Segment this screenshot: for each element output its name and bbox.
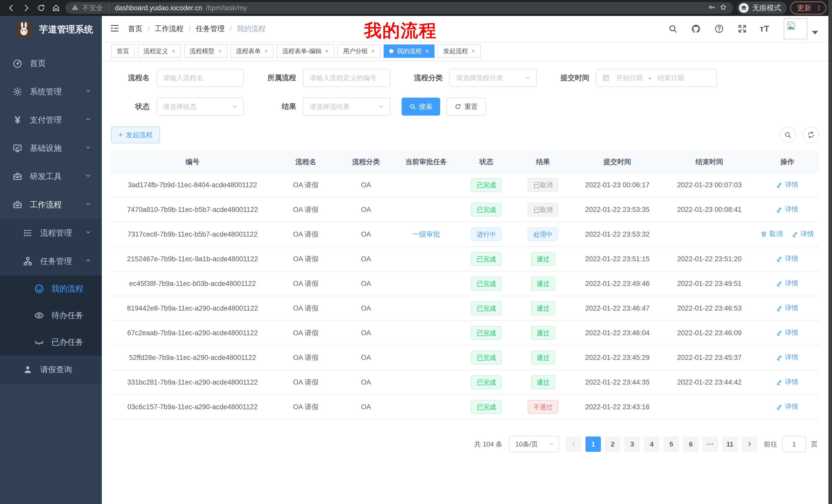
- user-menu[interactable]: [784, 18, 818, 39]
- detail-button[interactable]: 详情: [776, 353, 798, 362]
- sidebar-toggle-icon[interactable]: [109, 23, 121, 34]
- detail-button[interactable]: 详情: [776, 328, 798, 337]
- bookmark-star-icon[interactable]: [719, 3, 727, 13]
- font-size-icon[interactable]: тT: [760, 24, 769, 34]
- help-icon[interactable]: [713, 23, 725, 34]
- tab-user-group[interactable]: 用户分组×: [337, 45, 381, 58]
- tab-home[interactable]: 首页: [111, 45, 135, 58]
- show-search-button[interactable]: [780, 127, 796, 143]
- plus-icon: +: [118, 131, 123, 139]
- sidebar-item-leave-query[interactable]: 请假查询: [0, 356, 102, 384]
- result-badge: 通过: [531, 277, 555, 290]
- tab-process-form[interactable]: 流程表单×: [230, 45, 274, 58]
- sidebar-item-workflow[interactable]: 工作流程: [0, 191, 102, 219]
- reload-icon[interactable]: [35, 2, 47, 13]
- browser-menu-icon[interactable]: [815, 5, 822, 11]
- process-name-input[interactable]: [156, 69, 244, 87]
- page-button-11[interactable]: 11: [722, 437, 738, 452]
- page-size-select[interactable]: 10条/页: [509, 436, 559, 452]
- tab-process-definition[interactable]: 流程定义×: [138, 45, 181, 58]
- search-button[interactable]: 搜索: [401, 97, 440, 116]
- detail-button[interactable]: 详情: [776, 402, 798, 411]
- detail-button[interactable]: 详情: [776, 377, 798, 386]
- page-button-4[interactable]: 4: [644, 437, 659, 452]
- avatar[interactable]: [784, 18, 807, 39]
- sidebar-item-todo-tasks[interactable]: 待办任务: [0, 302, 102, 329]
- page-button-2[interactable]: 2: [605, 437, 620, 452]
- category-select[interactable]: 请选择流程分类: [449, 69, 537, 87]
- detail-button[interactable]: 详情: [792, 229, 814, 239]
- detail-button[interactable]: 详情: [776, 279, 798, 288]
- detail-button[interactable]: 详情: [776, 180, 798, 189]
- detail-button[interactable]: 详情: [776, 254, 798, 263]
- page-button-5[interactable]: 5: [664, 437, 679, 452]
- cancel-button[interactable]: 取消: [760, 229, 783, 239]
- sidebar-item-infrastructure[interactable]: 基础设施: [0, 134, 102, 162]
- sidebar-item-process-management[interactable]: 流程管理: [0, 219, 102, 247]
- table-row: 2152467e-7b9b-11ec-9a1b-acde48001122 OA …: [111, 247, 819, 271]
- key-icon[interactable]: [708, 3, 716, 13]
- close-icon[interactable]: ×: [218, 48, 222, 54]
- breadcrumb-workflow[interactable]: 工作流程: [155, 24, 196, 34]
- gear-icon: [12, 86, 23, 97]
- breadcrumb-home[interactable]: 首页: [128, 24, 155, 34]
- edit-icon: [776, 206, 783, 213]
- tab-process-form-edit[interactable]: 流程表单-编辑×: [277, 45, 334, 58]
- status-badge: 已完成: [471, 351, 502, 365]
- sidebar-item-task-management[interactable]: 任务管理: [0, 247, 102, 275]
- range-separator: -: [649, 74, 651, 82]
- col-status: 状态: [458, 151, 515, 173]
- close-icon[interactable]: ×: [264, 48, 268, 54]
- sidebar-item-home[interactable]: 首页: [0, 49, 102, 78]
- tab-process-model[interactable]: 流程模型×: [184, 45, 227, 58]
- submit-time-range-picker[interactable]: 开始日期 - 结束日期: [596, 69, 717, 87]
- tab-my-process[interactable]: 我的流程×: [384, 45, 435, 58]
- pagination: 共 104 条 10条/页 1 2 3 4 5 6 ··· 11: [111, 436, 817, 452]
- current-task-link[interactable]: 一级审批: [412, 230, 440, 238]
- process-definition-input[interactable]: [303, 69, 390, 87]
- refresh-table-button[interactable]: [803, 127, 819, 143]
- close-icon[interactable]: ×: [172, 48, 175, 54]
- close-icon[interactable]: ×: [425, 48, 429, 54]
- address-bar[interactable]: 不安全 dashboard.yudao.iocoder.cn/bpm/task/…: [65, 2, 733, 14]
- app-title: 芋道管理系统: [39, 23, 93, 35]
- close-icon[interactable]: ×: [325, 48, 329, 54]
- sidebar-item-done-tasks[interactable]: 已办任务: [0, 329, 102, 356]
- result-select[interactable]: 请选择流结果: [303, 97, 390, 116]
- result-badge: 通过: [531, 326, 555, 340]
- close-icon[interactable]: ×: [471, 48, 475, 54]
- fullscreen-icon[interactable]: [737, 23, 748, 34]
- search-icon[interactable]: [667, 23, 678, 34]
- table-row: 67c2eaab-7b9a-11ec-a290-acde48001122 OA …: [111, 320, 819, 345]
- jump-page-input[interactable]: [782, 436, 806, 452]
- home-icon[interactable]: [50, 2, 62, 13]
- more-pages-button[interactable]: ···: [703, 437, 718, 452]
- table-row: 03c6c157-7b9a-11ec-a290-acde48001122 OA …: [111, 395, 819, 419]
- update-button[interactable]: 更新: [790, 2, 826, 15]
- page-button-3[interactable]: 3: [625, 437, 640, 452]
- page-button-6[interactable]: 6: [683, 437, 699, 452]
- detail-button[interactable]: 详情: [776, 205, 798, 214]
- app-logo[interactable]: 芋道管理系统: [0, 16, 102, 43]
- url-host[interactable]: dashboard.yudao.iocoder.cn: [115, 4, 202, 12]
- forward-icon[interactable]: [21, 2, 32, 13]
- prev-page-button[interactable]: [566, 437, 581, 452]
- status-select[interactable]: 请选择状态: [156, 97, 244, 116]
- next-page-button[interactable]: [742, 437, 757, 452]
- breadcrumb-task-management[interactable]: 任务管理: [196, 24, 237, 34]
- sidebar-item-system[interactable]: 系统管理: [0, 78, 102, 106]
- security-warning-label[interactable]: 不安全: [82, 3, 103, 12]
- status-label: 状态: [111, 102, 150, 111]
- sidebar-item-my-process[interactable]: 我的流程: [0, 275, 102, 302]
- detail-button[interactable]: 详情: [776, 303, 798, 312]
- tab-start-process[interactable]: 发起流程×: [438, 45, 481, 58]
- reset-button[interactable]: 重置: [446, 97, 486, 116]
- page-button-1[interactable]: 1: [586, 437, 601, 452]
- start-process-button[interactable]: + 发起流程: [111, 127, 160, 143]
- sidebar-item-payment[interactable]: ¥ 支付管理: [0, 106, 102, 134]
- close-icon[interactable]: ×: [371, 48, 375, 54]
- sidebar-item-devtools[interactable]: 研发工具: [0, 162, 102, 191]
- github-icon[interactable]: [690, 23, 702, 34]
- back-icon[interactable]: [6, 2, 17, 13]
- status-badge: 已完成: [471, 178, 502, 192]
